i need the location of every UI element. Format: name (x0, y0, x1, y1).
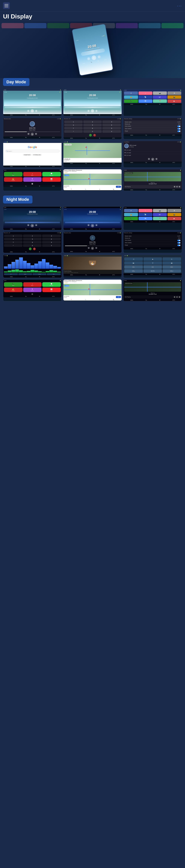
page-title: UI Display (0, 11, 185, 22)
day-mode-section: Day Mode 20:08🔋 17:48🔋 20:08 A soothing … (0, 78, 185, 195)
day-now-playing: 18:53🔋 18/19 ETA 9.0 km Start on Qiongda… (123, 169, 182, 191)
day-app-grid: 17:48🔋 ✈ ♪ 📷 ⚙ 📻 📡 BT 🎬 (123, 89, 182, 116)
night-now-playing: 18:53🔋 18/19 ETA 9.0 km Start on Qiongda… (123, 279, 182, 301)
google-search-bar[interactable]: 🔍 Search... (5, 150, 60, 152)
night-music-player-2: 20:08🔋 17:48🔋 20:08 A soothing piece of … (63, 207, 122, 230)
nav-dots[interactable]: ··· (177, 4, 182, 8)
day-music-player-1: 20:08🔋 17:48🔋 20:08 A soothing piece of … (3, 89, 62, 116)
album-art-day: 🎵 (30, 121, 35, 126)
day-music-player-2: 20:08🔋 17:48🔋 20:08 A soothing piece of … (63, 89, 122, 116)
night-bluetooth-music: Bluetooth_Music17:48 🔋 🎵 Music Title Mus… (63, 232, 122, 253)
page-header: ··· (0, 0, 185, 11)
night-app-grid: 17:48🔋 ✈ ♪ 📷 ⚙ 📻 📡 BT 🎬 (123, 207, 182, 230)
night-bluetooth-call: Bluetooth_Call17:48 🔋 1 2 3 4 5 6 (3, 232, 62, 253)
night-mode-label: Night Mode (3, 195, 32, 204)
night-mode-row-1: 20:08🔋 17:48🔋 20:08 A soothing piece of … (3, 207, 182, 230)
night-mode-row-3: 17:54 🔋 (3, 254, 182, 278)
menu-button[interactable] (3, 2, 10, 9)
night-food-screen: 19:00 🔋 🍜 Food & Dining Tap to explore n… (63, 254, 122, 278)
day-social-music: SocialMusic17:48 🔋 🎵 华乐_01.mp3 ▶ Playing… (123, 141, 182, 167)
night-power-toggle[interactable] (178, 245, 181, 246)
google-logo: Google (4, 146, 61, 149)
night-nav-arrows: 18:53 🔋 ◁ ▲ ▷ ⏮ ▽ ⏭ CH- (123, 254, 182, 278)
day-mode-row-1: 20:08🔋 17:48🔋 20:08 A soothing piece of … (3, 89, 182, 116)
day-bluetooth-music: Bluetooth_Music17:48 🔋 🎵 Music Title Mus… (3, 118, 62, 139)
night-carplay: 18:53🔋 📞Phone ♪Music 💬Messages (3, 279, 62, 301)
night-auto-answer-toggle[interactable] (178, 240, 181, 241)
day-google: 17:48 🔋 Google 🔍 Search... Google Search… (3, 141, 62, 167)
day-mode-row-2: Bluetooth_Music17:48 🔋 🎵 Music Title Mus… (3, 118, 182, 139)
night-bluetooth-settings: Bluetooth_Settings17:48 🔋 Device name Ca… (123, 232, 182, 253)
auto-connect-toggle[interactable] (178, 128, 181, 129)
hero-prev-btn[interactable]: ⏮ (87, 57, 90, 61)
night-mode-row-4: 18:53🔋 📞Phone ♪Music 💬Messages (3, 279, 182, 301)
day-carplay: 18:53🔋 📞Phone ♪Music 💬Messages (3, 169, 62, 191)
auto-answer-toggle[interactable] (178, 126, 181, 127)
night-music-player-1: 20:08🔋 17:48🔋 20:08 A soothing piece of … (3, 207, 62, 230)
night-coffee-route: Sunny Coffee Modern Restaurant 345 Moder… (63, 279, 122, 301)
day-bluetooth-settings: Bluetooth_Settings17:48 🔋 Device name Ca… (123, 118, 182, 139)
hero-play-btn[interactable]: ⏸ (91, 55, 97, 60)
day-mode-label: Day Mode (3, 78, 29, 86)
power-toggle[interactable] (178, 130, 181, 132)
day-mode-row-4: 18:53🔋 📞Phone ♪Music 💬Messages (3, 169, 182, 191)
night-mode-row-2: Bluetooth_Call17:48 🔋 1 2 3 4 5 6 (3, 232, 182, 253)
night-wave-visual: 17:54 🔋 (3, 254, 62, 278)
hero-next-btn[interactable]: ⏭ (98, 55, 101, 59)
day-bluetooth-call: Bluetooth_Call17:48 🔋 1 2 3 4 5 6 (63, 118, 122, 139)
night-mode-section: Night Mode 20:08🔋 17:48🔋 20:08 A soothin… (0, 195, 185, 306)
night-auto-connect-toggle[interactable] (178, 242, 181, 244)
day-nav-map: 19:00 🔋 E Center Street S Shelby St Tia … (63, 141, 122, 167)
hero-section: 17:48▲ ◉ 🔋 20:08 A soothing piece of mus… (0, 22, 185, 78)
day-coffee-route: Sunny Coffee Modern Restaurant 345 Moder… (63, 169, 122, 191)
header-left (3, 2, 10, 9)
day-mode-row-3: 17:48 🔋 Google 🔍 Search... Google Search… (3, 141, 182, 167)
